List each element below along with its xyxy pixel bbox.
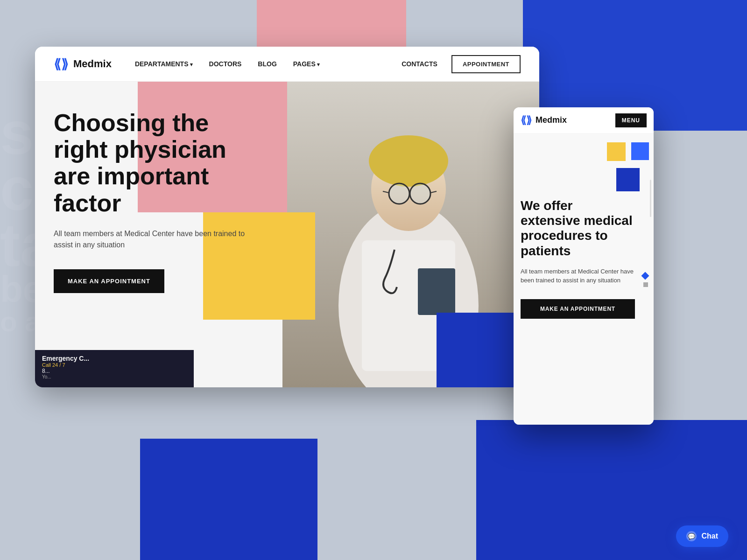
desktop-hero-subtitle: All team members at Medical Center have … [54,228,254,251]
mobile-menu-button[interactable]: MENU [615,113,647,127]
nav-doctors[interactable]: DOCTORS [209,60,242,68]
chat-label: Chat [701,532,718,540]
bg-blue-left-bottom-block [140,439,317,560]
mobile-scrollbar[interactable] [650,180,651,217]
desktop-hero-title: Choosing the right physician are importa… [54,110,254,217]
desktop-hero-content: Choosing the right physician are importa… [54,110,254,293]
nav-departaments[interactable]: DEPARTAMENTS [135,60,193,68]
mobile-blue-square-small [631,142,649,160]
mobile-header: ⟪⟫ Medmix MENU [514,107,654,133]
mobile-gray-square [643,282,648,287]
desktop-cta-button[interactable]: MAKE AN APPOINTMENT [54,269,164,293]
svg-point-6 [389,183,409,204]
appointment-button[interactable]: APPOINTMENT [451,55,521,73]
chat-button[interactable]: 💬 Chat [676,525,728,547]
desktop-mockup: ⟪⟫ Medmix DEPARTAMENTS DOCTORS BLOG PAGE… [35,47,539,387]
svg-point-3 [369,135,448,187]
nav-blog[interactable]: BLOG [258,60,276,68]
nav-pages[interactable]: PAGES [293,60,320,68]
desktop-hero: Emergency C... Call 24 / 7 8... Yo... [35,82,539,387]
contacts-link[interactable]: CONTACTS [402,60,437,68]
mobile-blue-square-large [616,168,640,191]
chat-icon: 💬 [686,531,697,541]
svg-rect-5 [418,268,455,315]
mobile-logo: ⟪⟫ Medmix [521,114,567,126]
mobile-hero-subtitle: All team members at Medical Center have … [521,267,635,285]
hero-bottom-dark: Emergency C... Call 24 / 7 8... Yo... [35,350,194,387]
mobile-yellow-square [607,142,626,161]
mobile-hero: We offer extensive medical procedures to… [514,133,654,425]
mobile-content: We offer extensive medical procedures to… [521,198,635,319]
svg-point-7 [410,183,430,204]
desktop-logo-text: Medmix [73,58,112,70]
mobile-logo-text: Medmix [536,115,567,125]
mobile-cta-button[interactable]: MAKE AN APPOINTMENT [521,299,635,319]
desktop-nav-right: CONTACTS APPOINTMENT [402,55,521,73]
desktop-logo-icon: ⟪⟫ [54,56,69,72]
mobile-hero-title: We offer extensive medical procedures to… [521,198,635,259]
mobile-mockup: ⟪⟫ Medmix MENU We offer extensive medica… [514,107,654,425]
desktop-header: ⟪⟫ Medmix DEPARTAMENTS DOCTORS BLOG PAGE… [35,47,539,82]
mobile-logo-icon: ⟪⟫ [521,114,532,126]
mobile-blue-diamond [641,272,649,280]
desktop-nav: DEPARTAMENTS DOCTORS BLOG PAGES [135,60,402,68]
desktop-logo: ⟪⟫ Medmix [54,56,112,72]
